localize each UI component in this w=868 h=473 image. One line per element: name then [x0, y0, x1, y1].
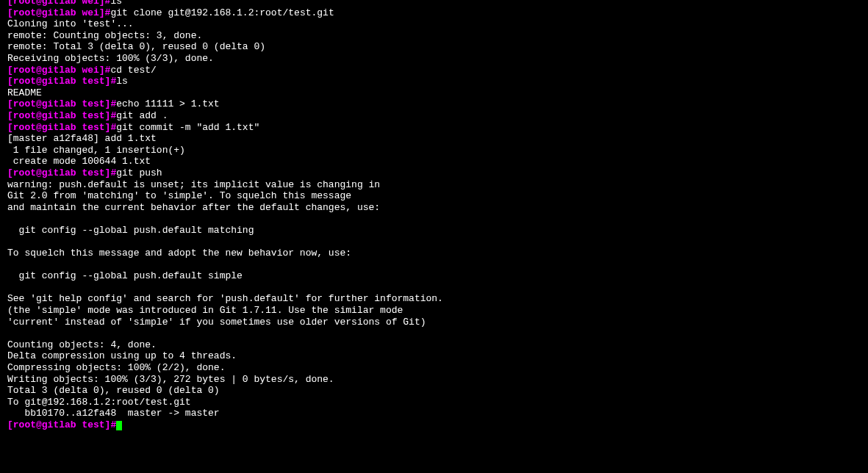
output-text: [master a12fa48] add 1.txt: [7, 133, 157, 144]
shell-prompt: [root@gitlab wei]#: [7, 0, 110, 7]
output-text: README: [7, 87, 42, 98]
terminal-line: [master a12fa48] add 1.txt: [7, 133, 861, 145]
terminal-line: remote: Total 3 (delta 0), reused 0 (del…: [7, 41, 861, 53]
output-text: warning: push.default is unset; its impl…: [7, 179, 380, 190]
terminal-output[interactable]: [root@gitlab wei]#ls[root@gitlab wei]#gi…: [7, 0, 861, 431]
command-text: git clone git@192.168.1.2:root/test.git: [110, 7, 334, 18]
command-text: git push: [116, 167, 162, 178]
output-text: Writing objects: 100% (3/3), 272 bytes |…: [7, 374, 334, 385]
terminal-line: [root@gitlab wei]#git clone git@192.168.…: [7, 7, 861, 19]
shell-prompt: [root@gitlab wei]#: [7, 7, 110, 18]
terminal-line: [root@gitlab test]#git commit -m "add 1.…: [7, 122, 861, 134]
shell-prompt: [root@gitlab test]#: [7, 98, 116, 109]
output-text: and maintain the current behavior after …: [7, 202, 380, 213]
output-text: Total 3 (delta 0), reused 0 (delta 0): [7, 385, 220, 396]
terminal-line: warning: push.default is unset; its impl…: [7, 179, 861, 191]
shell-prompt: [root@gitlab test]#: [7, 76, 116, 87]
command-text: ls: [110, 0, 122, 7]
terminal-line: [root@gitlab test]#echo 11111 > 1.txt: [7, 98, 861, 110]
terminal-line: Git 2.0 from 'matching' to 'simple'. To …: [7, 190, 861, 202]
output-text: create mode 100644 1.txt: [7, 156, 151, 167]
terminal-line: and maintain the current behavior after …: [7, 202, 861, 214]
output-text: To git@192.168.1.2:root/test.git: [7, 397, 191, 408]
shell-prompt: [root@gitlab test]#: [7, 110, 116, 121]
cursor-icon: [116, 421, 122, 430]
terminal-line: 1 file changed, 1 insertion(+): [7, 145, 861, 156]
terminal-line: bb10170..a12fa48 master -> master: [7, 408, 861, 419]
terminal-line: Delta compression using up to 4 threads.: [7, 350, 861, 362]
terminal-line: [root@gitlab test]#git add .: [7, 110, 861, 122]
terminal-line: [7, 213, 861, 225]
output-text: remote: Total 3 (delta 0), reused 0 (del…: [7, 41, 265, 52]
terminal-line: [7, 282, 861, 294]
output-text: Counting objects: 4, done.: [7, 339, 157, 350]
terminal-line: [root@gitlab test]#git push: [7, 167, 861, 179]
terminal-line: To git@192.168.1.2:root/test.git: [7, 397, 861, 408]
command-text: git add .: [116, 110, 168, 121]
terminal-line: Cloning into 'test'...: [7, 18, 861, 30]
command-text: git commit -m "add 1.txt": [116, 122, 259, 133]
command-text: cd test/: [110, 65, 156, 76]
terminal-line: remote: Counting objects: 3, done.: [7, 30, 861, 42]
shell-prompt: [root@gitlab wei]#: [7, 65, 110, 76]
output-text: Receiving objects: 100% (3/3), done.: [7, 53, 214, 64]
terminal-line: git config --global push.default simple: [7, 270, 861, 282]
terminal-line: [root@gitlab wei]#ls: [7, 0, 861, 7]
terminal-line: create mode 100644 1.txt: [7, 156, 861, 167]
output-text: 'current' instead of 'simple' if you som…: [7, 317, 426, 328]
command-text: echo 11111 > 1.txt: [116, 98, 219, 109]
shell-prompt: [root@gitlab test]#: [7, 167, 116, 178]
terminal-line: See 'git help config' and search for 'pu…: [7, 293, 861, 305]
terminal-line: [7, 328, 861, 339]
output-text: To squelch this message and adopt the ne…: [7, 248, 351, 259]
terminal-line: git config --global push.default matchin…: [7, 225, 861, 236]
output-text: (the 'simple' mode was introduced in Git…: [7, 305, 403, 316]
terminal-line: To squelch this message and adopt the ne…: [7, 248, 861, 259]
shell-prompt: [root@gitlab test]#: [7, 122, 116, 133]
command-text: ls: [116, 76, 128, 87]
shell-prompt: [root@gitlab test]#: [7, 419, 116, 430]
terminal-line: (the 'simple' mode was introduced in Git…: [7, 305, 861, 317]
terminal-line: README: [7, 87, 861, 99]
output-text: Compressing objects: 100% (2/2), done.: [7, 362, 225, 373]
terminal-line: 'current' instead of 'simple' if you som…: [7, 317, 861, 328]
terminal-line: Compressing objects: 100% (2/2), done.: [7, 362, 861, 374]
terminal-line: Receiving objects: 100% (3/3), done.: [7, 53, 861, 65]
terminal-line: [root@gitlab test]#ls: [7, 76, 861, 87]
output-text: Git 2.0 from 'matching' to 'simple'. To …: [7, 190, 351, 201]
output-text: Delta compression using up to 4 threads.: [7, 350, 237, 361]
output-text: bb10170..a12fa48 master -> master: [7, 408, 220, 419]
output-text: git config --global push.default matchin…: [7, 225, 254, 236]
output-text: See 'git help config' and search for 'pu…: [7, 293, 443, 304]
output-text: Cloning into 'test'...: [7, 18, 134, 29]
terminal-line: Total 3 (delta 0), reused 0 (delta 0): [7, 385, 861, 397]
terminal-line: [7, 259, 861, 271]
terminal-line: [root@gitlab test]#: [7, 419, 861, 431]
terminal-line: [root@gitlab wei]#cd test/: [7, 65, 861, 76]
terminal-line: Writing objects: 100% (3/3), 272 bytes |…: [7, 374, 861, 386]
terminal-line: [7, 236, 861, 248]
terminal-line: Counting objects: 4, done.: [7, 339, 861, 351]
output-text: 1 file changed, 1 insertion(+): [7, 145, 185, 156]
output-text: git config --global push.default simple: [7, 270, 243, 281]
output-text: remote: Counting objects: 3, done.: [7, 30, 202, 41]
